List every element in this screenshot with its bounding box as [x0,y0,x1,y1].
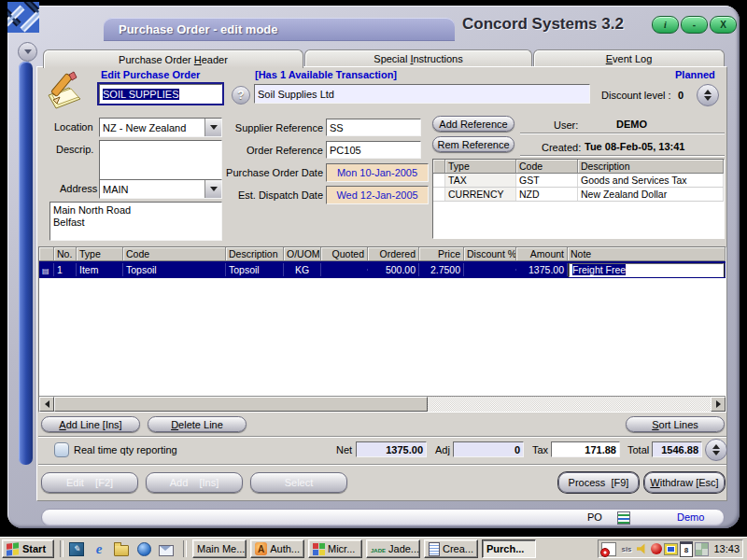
statusbar-doc-icon [617,511,630,525]
help-button[interactable]: ? [232,86,250,105]
net-label: Net [336,444,352,455]
order-reference-input[interactable] [326,141,421,159]
reference-table: Type Code Description TAX GST Goods and … [432,159,725,239]
edit-button[interactable]: Edit [F2] [41,472,138,493]
items-table-header: No. Type Code Description O/UOM Quoted O… [39,247,726,261]
taskbar-separator [183,540,187,557]
selected-line-row[interactable]: 1 Item Topsoil Topsoil KG 500.00 2.7500 … [39,261,726,278]
total-field[interactable]: 1546.88 [652,441,702,457]
location-label: Location [54,121,93,133]
taskbar-item-purchase-order[interactable]: Purch... [482,539,536,558]
start-button[interactable]: Start [2,539,54,558]
address-text-box[interactable]: Main North Road Belfast [49,202,222,241]
windows-logo-icon [7,542,20,555]
sis-tray-icon[interactable] [618,541,635,556]
spin-up-icon [704,90,712,94]
tax-field[interactable]: 171.88 [551,441,620,457]
row-indicator-icon [39,263,54,276]
taskbar-item-create[interactable]: Crea... [424,539,478,558]
address-label: Address [60,183,97,194]
taskbar-item-auth[interactable]: Auth... [250,539,304,558]
discount-level-spinner[interactable] [697,84,719,106]
arrow-left-icon [45,400,49,408]
supplier-reference-label: Supplier Reference [230,122,323,133]
edit-note-icon [45,71,88,110]
calendar-tray-icon[interactable] [680,541,693,557]
rem-reference-button[interactable]: Rem Reference [432,136,514,152]
user-value: DEMO [616,119,647,130]
tab-purchase-order-header[interactable]: Purchase Order Header [43,49,303,68]
taskbar-item-jade[interactable]: Jade... [366,539,420,558]
taskbar-item-main-menu[interactable]: Main Me... [192,539,247,558]
taskbar-separator [60,540,63,557]
delete-line-button[interactable]: Delete Line [148,416,247,432]
items-selector-header [39,247,54,261]
address-dropdown[interactable]: MAIN [99,179,222,199]
minimize-button[interactable]: - [681,16,708,34]
taskbar-item-microsoft[interactable]: Micr... [308,539,362,558]
withdraw-button[interactable]: Withdraw [Esc] [644,472,725,493]
supplier-code-input[interactable]: SOIL SUPPLIES [99,84,222,104]
adj-field[interactable]: 0 [453,441,524,457]
location-dropdown[interactable]: NZ - New Zealand [99,118,222,137]
window-titlebar[interactable]: Purchase Order - edit mode [104,18,455,41]
location-dropdown-arrow[interactable] [204,119,221,136]
adj-label: Adj [435,444,450,455]
chevron-down-icon [24,49,32,54]
volume-tray-icon[interactable] [637,543,649,554]
divider [38,464,726,466]
app-window: Purchase Order - edit mode Concord Syste… [7,6,740,528]
monitor-tray-icon[interactable] [651,543,662,554]
display-tray-icon[interactable] [664,543,678,555]
total-label: Total [627,444,649,455]
scroll-thumb[interactable] [54,397,428,412]
mail-icon[interactable] [159,541,174,556]
scheduler-tray-icon[interactable] [601,542,616,556]
add-line-button[interactable]: Add Line [Ins] [41,416,140,432]
arrow-right-icon [716,400,721,408]
network-tray-icon[interactable] [695,542,709,556]
show-desktop-icon[interactable] [69,541,84,556]
supplier-reference-input[interactable] [326,119,421,136]
scroll-right-button[interactable] [711,397,726,412]
supplier-name-field[interactable]: Soil Supplies Ltd [254,84,590,104]
ref-selector-header [433,160,445,174]
tab-special-instructions[interactable]: Special Instructions [304,49,532,67]
internet-explorer-icon[interactable] [92,541,106,556]
folder-icon[interactable] [114,541,129,556]
created-underline [520,155,725,156]
side-menu-button[interactable] [18,42,37,62]
scroll-track[interactable] [428,397,711,412]
add-reference-button[interactable]: Add Reference [432,116,514,132]
desktop: Purchase Order - edit mode Concord Syste… [0,0,747,560]
taskbar-clock: 13:43 [713,543,740,554]
system-tray: 13:43 [598,539,743,558]
add-button[interactable]: Add [Ins] [146,472,243,493]
table-row[interactable]: TAX GST Goods and Services Tax [433,174,724,188]
total-spinner[interactable] [705,439,727,461]
select-button[interactable]: Select [250,472,347,493]
close-button[interactable]: X [710,16,737,34]
user-underline [520,133,725,133]
created-value: Tue 08-Feb-05, 13:41 [585,141,684,152]
horizontal-scrollbar[interactable] [39,396,726,412]
address-dropdown-arrow[interactable] [204,180,221,198]
dispatch-date-field[interactable]: Wed 12-Jan-2005 [326,186,429,204]
sort-lines-button[interactable]: Sort Lines [626,416,725,432]
window-title: Purchase Order - edit mode [119,22,278,36]
auth-icon [255,542,267,555]
process-button[interactable]: Process [F9] [558,472,639,493]
table-row[interactable]: CURRENCY NZD New Zealand Dollar [433,188,724,202]
internet-connect-icon[interactable] [136,541,151,556]
document-icon [429,542,440,556]
realtime-qty-label: Real time qty reporting [74,444,177,455]
scroll-left-button[interactable] [39,397,54,412]
concord-logo-icon [7,2,39,33]
info-button[interactable]: i [652,16,679,34]
tab-event-log[interactable]: Event Log [533,49,725,67]
discount-level-label: Discount level : [601,90,671,101]
note-input[interactable]: Freight Free [569,263,724,277]
realtime-qty-checkbox[interactable] [54,442,69,457]
purchase-order-date-field[interactable]: Mon 10-Jan-2005 [326,163,429,182]
net-field[interactable]: 1375.00 [356,441,427,457]
